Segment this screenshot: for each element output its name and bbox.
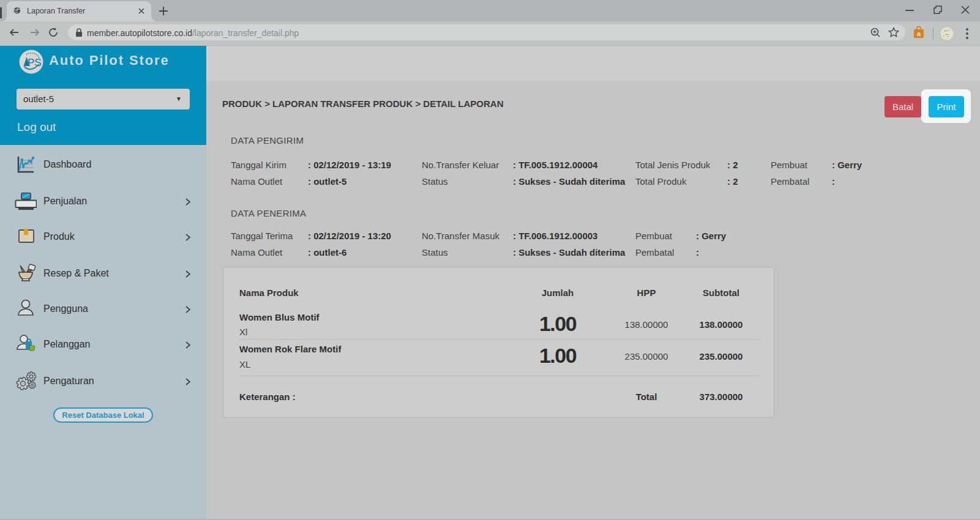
svg-text:a: a bbox=[917, 30, 921, 37]
svg-text:PS: PS bbox=[28, 57, 42, 69]
